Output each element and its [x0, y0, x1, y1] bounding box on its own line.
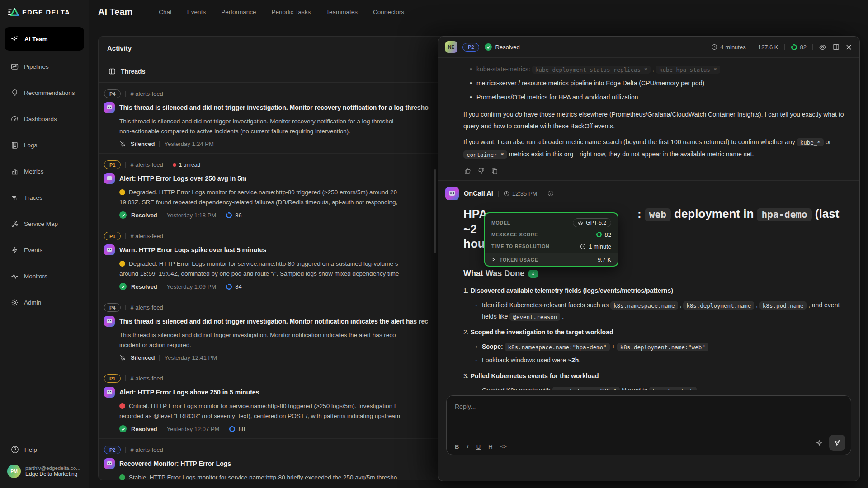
- priority-badge: P4: [104, 89, 121, 98]
- divider: [125, 91, 126, 97]
- tab-teammates[interactable]: Teammates: [326, 9, 358, 15]
- gear-icon: [11, 299, 19, 306]
- message-actions: [464, 167, 849, 174]
- watch-button[interactable]: [819, 43, 826, 51]
- message-bullet: •kube-state-metrics: kube_deployment_sta…: [463, 62, 849, 76]
- message-bullet: •Prometheus/OTel metrics for HPA and wor…: [463, 90, 849, 104]
- thread-status: Silenced: [131, 354, 155, 361]
- reply-input[interactable]: [447, 396, 851, 455]
- user-email: parthiv@edgedelta.co...: [25, 465, 80, 471]
- message-bullet: •metrics-server / resource metrics pipel…: [463, 76, 849, 90]
- top-tabs: Chat Events Performance Periodic Tasks T…: [159, 9, 404, 15]
- sidebar-item-monitors[interactable]: Monitors: [0, 263, 89, 289]
- underline-button[interactable]: U: [476, 443, 481, 450]
- resolved-check-icon: [119, 425, 127, 432]
- sidebar-item-label: Monitors: [24, 273, 47, 280]
- divider: [159, 355, 160, 361]
- sidebar-item-label: Pipelines: [24, 63, 49, 70]
- pipelines-icon: [11, 63, 19, 70]
- bell-off-icon: [119, 141, 126, 147]
- side-panel-button[interactable]: [832, 43, 840, 51]
- thread-channel: # alerts-feed: [130, 161, 163, 168]
- score-ring-icon: [229, 426, 236, 432]
- divider: [125, 375, 126, 381]
- clock-icon: [711, 44, 717, 50]
- thread-score: 86: [226, 212, 241, 219]
- bell-off-icon: [119, 354, 126, 361]
- tab-events[interactable]: Events: [187, 9, 206, 15]
- user-account[interactable]: PM parthiv@edgedelta.co... Edge Delta Ma…: [0, 463, 89, 482]
- italic-button[interactable]: I: [467, 443, 468, 450]
- thread-score: 82: [791, 44, 807, 51]
- thread-messages: •kube-state-metrics: kube_deployment_sta…: [438, 58, 859, 390]
- thread-status: Resolved: [131, 283, 157, 290]
- sidebar-item-dashboards[interactable]: Dashboards: [0, 106, 89, 132]
- thread-timestamp: Yesterday 12:07 PM: [167, 426, 220, 432]
- clock-icon: [504, 191, 509, 197]
- thumbs-down-button[interactable]: [478, 167, 485, 174]
- code-button[interactable]: <>: [500, 443, 507, 450]
- bar-chart-icon: [11, 168, 19, 175]
- divider: [162, 284, 162, 290]
- copy-button[interactable]: [491, 167, 498, 174]
- sidebar-item-admin[interactable]: Admin: [0, 289, 89, 315]
- tab-periodic-tasks[interactable]: Periodic Tasks: [271, 9, 311, 15]
- help-button[interactable]: Help: [0, 439, 89, 463]
- thread-channel: # alerts-feed: [130, 304, 163, 311]
- sidebar-item-recommendations[interactable]: Recommendations: [0, 80, 89, 106]
- send-icon: [834, 439, 841, 446]
- divider: [159, 141, 160, 147]
- thread-timestamp: Yesterday 12:41 PM: [164, 354, 217, 361]
- heading-button[interactable]: H: [488, 443, 492, 450]
- section-heading: What Was Done: [463, 269, 849, 278]
- threads-header-label: Threads: [121, 68, 145, 75]
- message-paragraph: If you confirm you do have those metrics…: [463, 108, 849, 132]
- priority-badge: P2: [104, 446, 121, 454]
- ai-bot-avatar: [104, 316, 115, 327]
- bold-button[interactable]: B: [455, 443, 459, 450]
- sidebar-item-ai-team[interactable]: AI Team: [5, 27, 84, 51]
- sidebar-item-events[interactable]: Events: [0, 237, 89, 263]
- close-button[interactable]: [845, 44, 852, 51]
- step-detail: ◦Scope: k8s.namespace.name:"hpa-demo" + …: [475, 341, 841, 352]
- activity-scrollbar[interactable]: [434, 169, 436, 253]
- divider: [162, 212, 162, 218]
- priority-badge: P1: [104, 232, 121, 240]
- message-author: OnCall AI: [464, 190, 493, 197]
- sparkle-icon: [816, 439, 823, 446]
- reply-composer: B I U H <>: [446, 395, 851, 455]
- sidebar-item-metrics[interactable]: Metrics: [0, 158, 89, 184]
- tooltip-score-row: MESSAGE SCORE 82: [485, 229, 618, 240]
- help-icon: [11, 446, 19, 454]
- tab-performance[interactable]: Performance: [221, 9, 256, 15]
- sparkles-icon: [11, 35, 19, 43]
- thumbs-up-button[interactable]: [464, 167, 471, 174]
- sidebar-item-service-map[interactable]: Service Map: [0, 211, 89, 237]
- tooltip-model-row: MODEL GPT-5.2: [485, 217, 618, 229]
- ai-assist-button[interactable]: [816, 439, 823, 446]
- tooltip-ttr-row: TIME TO RESOLUTION 1 minute: [485, 240, 618, 252]
- logs-icon: [11, 141, 19, 149]
- info-button[interactable]: [547, 190, 554, 197]
- thread-score: 88: [229, 426, 245, 432]
- divider: [125, 233, 126, 239]
- tab-connectors[interactable]: Connectors: [373, 9, 404, 15]
- thread-timestamp: Yesterday 1:24 PM: [164, 141, 213, 147]
- tooltip-token-row[interactable]: TOKEN USAGE 9.7 K: [485, 253, 618, 266]
- eye-icon: [819, 43, 826, 51]
- sidebar-item-label: Recommendations: [24, 89, 75, 96]
- sidebar-item-pipelines[interactable]: Pipelines: [0, 53, 89, 80]
- step-title: 3.Pulled Kubernetes events for the workl…: [463, 369, 849, 383]
- brand-name: EDGE DELTA: [22, 9, 70, 16]
- tab-chat[interactable]: Chat: [159, 9, 172, 15]
- edge-delta-logo-icon: [8, 7, 19, 17]
- score-ring-icon: [596, 231, 602, 238]
- sidebar-item-traces[interactable]: Traces: [0, 184, 89, 211]
- sidebar-item-label: Admin: [24, 299, 41, 306]
- thread-timestamp: Yesterday 1:09 PM: [167, 283, 216, 290]
- divider: [162, 426, 162, 432]
- ai-bot-avatar: [104, 102, 115, 113]
- send-button[interactable]: [829, 435, 845, 451]
- gauge-icon: [11, 115, 19, 123]
- sidebar-item-logs[interactable]: Logs: [0, 132, 89, 158]
